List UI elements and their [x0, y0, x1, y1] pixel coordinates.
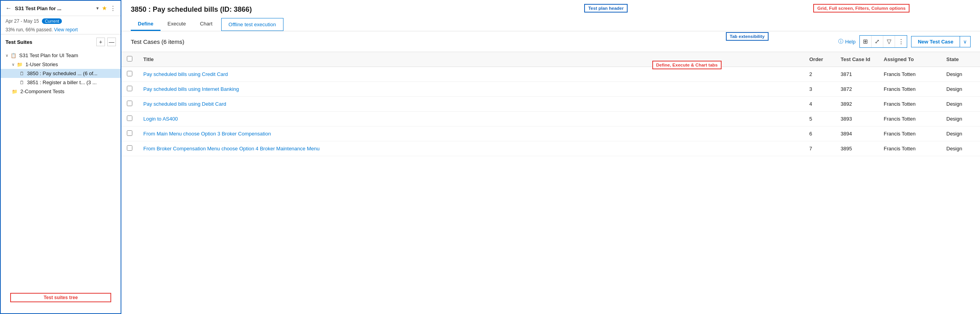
row-title-4: From Main Menu choose Option 3 Broker Co… — [138, 126, 804, 141]
col-header-assigned: Assigned To — [878, 52, 941, 67]
row-title-link-3[interactable]: Login to AS400 — [143, 116, 178, 122]
row-checkbox-cell — [121, 82, 138, 97]
row-checkbox-cell — [121, 112, 138, 126]
tree-label-3: 3851 : Register a biller t... (3 ... — [27, 79, 97, 85]
row-title-link-1[interactable]: Pay scheduled bills using Internet Banki… — [143, 86, 239, 92]
tree-item-suite-3850[interactable]: 🗒 3850 : Pay scheduled ... (6 of... — [1, 69, 121, 78]
suites-title: Test Suites — [5, 39, 94, 45]
row-id-0: 3871 — [835, 67, 878, 82]
filter-button[interactable]: ▽ — [883, 36, 895, 47]
table-row: Pay scheduled bills using Internet Banki… — [121, 82, 980, 97]
grid-view-button[interactable]: ⊞ — [860, 36, 872, 47]
row-id-2: 3892 — [835, 97, 878, 112]
row-id-5: 3895 — [835, 141, 878, 156]
table-row: Pay scheduled bills using Credit Card 2 … — [121, 67, 980, 82]
select-all-checkbox[interactable] — [127, 56, 132, 61]
plan-meta: Apr 27 - May 15 Current — [1, 16, 121, 27]
tab-offline[interactable]: Offline test execution — [221, 18, 283, 31]
tree-item-user-stories[interactable]: ∨ 📁 1-User Stories — [1, 60, 121, 69]
row-title-1: Pay scheduled bills using Internet Banki… — [138, 82, 804, 97]
tab-execute[interactable]: Execute — [161, 18, 193, 31]
new-test-case-button[interactable]: New Test Case — [911, 36, 960, 47]
suite-header-actions: + — — [96, 38, 116, 46]
new-test-case-button-group: New Test Case ∨ — [911, 36, 971, 47]
table-body: Pay scheduled bills using Credit Card 2 … — [121, 67, 980, 156]
star-icon[interactable]: ★ — [102, 5, 107, 12]
row-title-link-5[interactable]: From Broker Compensation Menu choose Opt… — [143, 146, 319, 152]
table-row: Login to AS400 5 3893 Francis Totten Des… — [121, 112, 980, 126]
table-row: From Main Menu choose Option 3 Broker Co… — [121, 126, 980, 141]
new-test-case-dropdown[interactable]: ∨ — [960, 36, 971, 47]
row-assigned-5: Francis Totten — [878, 141, 941, 156]
table-row: Pay scheduled bills using Debit Card 4 3… — [121, 97, 980, 112]
row-id-1: 3872 — [835, 82, 878, 97]
row-order-2: 4 — [804, 97, 835, 112]
row-checkbox-3[interactable] — [127, 115, 132, 121]
col-header-state: State — [941, 52, 980, 67]
add-suite-button[interactable]: + — [96, 38, 105, 46]
row-checkbox-0[interactable] — [127, 71, 132, 76]
tree-item-component-tests[interactable]: 📁 2-Component Tests — [1, 87, 121, 96]
col-header-check — [121, 52, 138, 67]
row-state-2: Design — [941, 97, 980, 112]
section-title: Test Cases (6 items) — [131, 38, 184, 45]
tree-item-suite-3851[interactable]: 🗒 3851 : Register a biller t... (3 ... — [1, 78, 121, 87]
tab-bar: Define Execute Chart Offline test execut… — [131, 18, 971, 31]
tab-define[interactable]: Define — [131, 18, 161, 31]
current-badge: Current — [42, 18, 62, 24]
row-assigned-1: Francis Totten — [878, 82, 941, 97]
row-title-link-2[interactable]: Pay scheduled bills using Debit Card — [143, 101, 226, 107]
sidebar-header: ← S31 Test Plan for ... ▾ ★ ⋮ — [1, 1, 121, 16]
icon-group: ⊞ ⤢ ▽ ⋮ — [859, 35, 907, 48]
fullscreen-button[interactable]: ⤢ — [872, 36, 883, 47]
row-checkbox-1[interactable] — [127, 86, 132, 91]
row-state-1: Design — [941, 82, 980, 97]
tab-chart[interactable]: Chart — [193, 18, 220, 31]
chevron-down-icon[interactable]: ▾ — [96, 5, 99, 11]
row-assigned-4: Francis Totten — [878, 126, 941, 141]
test-suites-tree-annotation: Test suites tree — [10, 293, 111, 302]
plan-title: S31 Test Plan for ... — [15, 5, 93, 11]
tree-label-2: 3850 : Pay scheduled ... (6 of... — [27, 70, 97, 76]
col-header-title: Title — [138, 52, 804, 67]
row-id-4: 3894 — [835, 126, 878, 141]
row-order-3: 5 — [804, 112, 835, 126]
row-checkbox-4[interactable] — [127, 130, 132, 136]
tree-item-plan[interactable]: ∨ 📋 S31 Test Plan for UI Team — [1, 51, 121, 60]
row-assigned-2: Francis Totten — [878, 97, 941, 112]
suite-icon-2: 🗒 — [20, 71, 24, 76]
back-button[interactable]: ← — [5, 5, 12, 12]
row-order-1: 3 — [804, 82, 835, 97]
row-title-link-4[interactable]: From Main Menu choose Option 3 Broker Co… — [143, 131, 271, 137]
help-link[interactable]: ⓘ Help — [838, 38, 855, 45]
row-checkbox-5[interactable] — [127, 145, 132, 151]
suite-icon-3: 🗒 — [20, 80, 24, 85]
col-header-order: Order — [804, 52, 835, 67]
help-label: Help — [845, 39, 855, 45]
row-title-0: Pay scheduled bills using Credit Card — [138, 67, 804, 82]
date-range: Apr 27 - May 15 — [5, 18, 39, 24]
row-checkbox-2[interactable] — [127, 101, 132, 106]
collapse-suite-button[interactable]: — — [107, 38, 116, 46]
test-cases-table-container: Title Order Test Case Id Assigned To Sta… — [121, 52, 980, 314]
row-state-5: Design — [941, 141, 980, 156]
row-order-0: 2 — [804, 67, 835, 82]
test-cases-table: Title Order Test Case Id Assigned To Sta… — [121, 52, 980, 156]
row-checkbox-cell — [121, 141, 138, 156]
suite-header: Test Suites + — — [1, 34, 121, 49]
col-header-id: Test Case Id — [835, 52, 878, 67]
row-checkbox-cell — [121, 67, 138, 82]
tree-label-1: 1-User Stories — [25, 61, 58, 67]
tree-label-4: 2-Component Tests — [20, 88, 65, 94]
main-content: Test plan header Tab extensibility Defin… — [121, 0, 980, 314]
folder-icon-1: 📁 — [17, 62, 23, 67]
row-id-3: 3893 — [835, 112, 878, 126]
tree-arrow-1: ∨ — [12, 62, 14, 67]
view-report-link[interactable]: View report — [54, 27, 78, 32]
tree-label-0: S31 Test Plan for UI Team — [19, 52, 78, 58]
more-options-button[interactable]: ⋮ — [895, 36, 907, 47]
row-title-link-0[interactable]: Pay scheduled bills using Credit Card — [143, 71, 228, 77]
tree-arrow-0: ∨ — [5, 53, 8, 58]
more-icon[interactable]: ⋮ — [110, 5, 116, 12]
row-order-4: 6 — [804, 126, 835, 141]
